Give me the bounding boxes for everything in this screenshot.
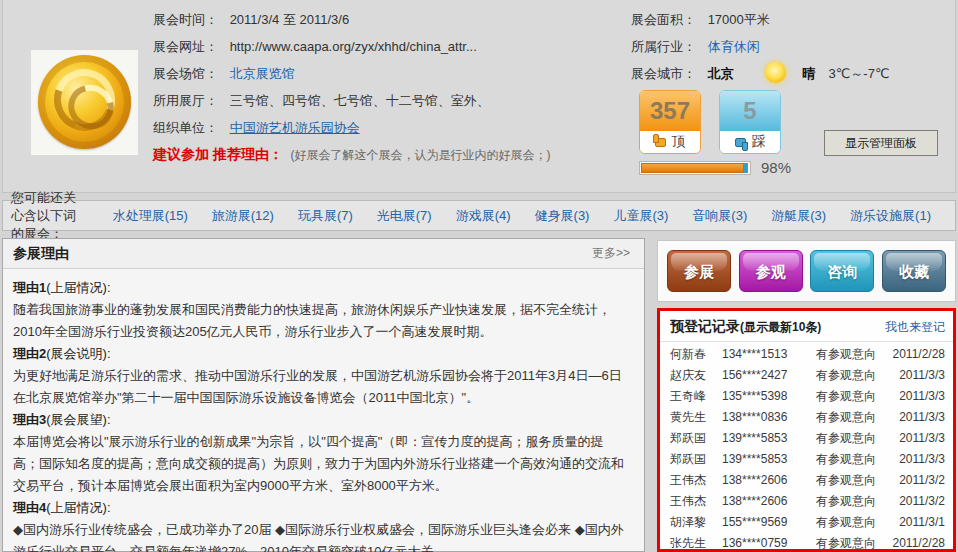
registrant-name: 王伟杰 [670,491,722,512]
registrant-intent: 有参观意向 [816,344,893,365]
field-time: 展会时间： 2011/3/4 至 2011/3/6 [153,6,623,33]
registrant-intent: 有参观意向 [816,428,899,449]
related-tag-link[interactable]: 旅游展(12) [212,207,274,225]
sunny-weather-icon [765,62,786,83]
registrant-intent: 有参观意向 [816,491,899,512]
preregistration-row: 赵庆友 156****2427 有参观意向 2011/3/3 [670,365,945,386]
reason-heading-number: 理由4 [13,500,46,515]
weather-condition: 晴 [802,66,815,81]
register-me-link[interactable]: 我也来登记 [885,319,945,336]
exhibition-detail-page: 展会时间： 2011/3/4 至 2011/3/6 展会网址： http://w… [0,0,958,552]
related-tags-list: 水处理展(15) 旅游展(12) 玩具展(7) 光电展(7) 游戏展(4) 健身… [113,207,955,225]
preregistration-row: 何新春 134****1513 有参观意向 2011/2/28 [670,344,945,365]
reason-text: 随着我国旅游事业的蓬勃发展和国民消费能力的快速提高，旅游休闲娱乐产业快速发展，据… [13,299,628,343]
related-tag-link[interactable]: 水处理展(15) [113,207,188,225]
more-link[interactable]: 更多>> [592,245,630,262]
reasons-panel-body: 理由1(上届情况): 随着我国旅游事业的蓬勃发展和国民消费能力的快速提高，旅游休… [3,269,644,552]
field-halls-value: 三号馆、四号馆、七号馆、十二号馆、室外、 [230,93,490,108]
thumb-up-icon [655,138,666,147]
registrant-phone: 134****1513 [722,344,816,365]
recommendation-note: (好展会了解这个展会，认为是行业内的好展会；) [291,148,551,162]
reason-heading-number: 理由1 [13,280,46,295]
info-fields-left: 展会时间： 2011/3/4 至 2011/3/6 展会网址： http://w… [153,6,623,168]
related-tag-link[interactable]: 光电展(7) [377,207,432,225]
related-tags-bar: 您可能还关心含以下词的展会： 水处理展(15) 旅游展(12) 玩具展(7) 光… [2,200,956,231]
field-organizer: 组织单位： 中国游艺机游乐园协会 [153,114,623,141]
related-tag-link[interactable]: 游戏展(4) [456,207,511,225]
related-tag-link[interactable]: 健身展(3) [535,207,590,225]
registration-date: 2011/3/3 [899,449,945,470]
reason-heading: 理由3(展会展望): [13,409,628,431]
reason-text: 本届博览会将以"展示游乐行业的创新成果"为宗旨，以"四个提高"（即：宣传力度的提… [13,431,628,497]
reason-section: 理由1(上届情况): 随着我国旅游事业的蓬勃发展和国民消费能力的快速提高，旅游休… [13,277,628,343]
exhibition-info-panel: 展会时间： 2011/3/4 至 2011/3/6 展会网址： http://w… [2,0,956,193]
related-tags-label: 您可能还关心含以下词的展会： [11,189,85,243]
registrant-phone: 155****9569 [722,512,816,533]
field-website-value: http://www.caapa.org/zyx/xhhd/china_attr… [230,39,477,54]
preregistration-title: 预登记记录 [670,318,740,336]
related-tag-link[interactable]: 儿童展(3) [613,207,668,225]
weather-temperature: 3℃～-7℃ [829,66,890,81]
organizer-link[interactable]: 中国游艺机游乐园协会 [230,120,360,135]
info-fields-right: 展会面积： 17000平米 所属行业： 体育休闲 展会城市： 北京 晴 3℃～-… [631,6,957,87]
preregistration-box: 预登记记录 (显示最新10条) 我也来登记 何新春 134****1513 有参… [657,308,956,552]
preregistration-row: 胡泽黎 155****9569 有参观意向 2011/3/1 [670,512,945,533]
related-tag-link[interactable]: 游乐设施展(1) [850,207,931,225]
registrant-phone: 138****2606 [722,470,816,491]
vote-up-footer: 顶 [640,131,700,153]
field-area-value: 17000平米 [708,12,770,27]
field-industry: 所属行业： 体育休闲 [631,33,957,60]
registrant-intent: 有参观意向 [816,470,899,491]
registrant-name: 赵庆友 [670,365,722,386]
related-tag-link[interactable]: 游艇展(3) [771,207,826,225]
show-admin-panel-button[interactable]: 显示管理面板 [824,130,938,156]
consult-button[interactable]: 咨询 [810,250,874,292]
field-website: 展会网址： http://www.caapa.org/zyx/xhhd/chin… [153,33,623,60]
visit-button[interactable]: 参观 [739,250,803,292]
registrant-phone: 138****2606 [722,491,816,512]
industry-link[interactable]: 体育休闲 [708,39,760,54]
vote-down-footer: 踩 [720,131,780,153]
field-venue-label: 展会场馆： [153,66,218,81]
city-name: 北京 [708,66,734,81]
vote-down-count: 5 [720,91,780,131]
preregistration-subtitle: (显示最新10条) [740,319,821,336]
registration-date: 2011/3/2 [899,470,945,491]
registrant-name: 郑跃国 [670,428,722,449]
reason-heading-number: 理由3 [13,412,46,427]
reason-heading: 理由4(上届情况): [13,497,628,519]
related-tag-link[interactable]: 玩具展(7) [298,207,353,225]
vote-up-count: 357 [640,91,700,131]
favorite-button[interactable]: 收藏 [882,250,946,292]
registrant-phone: 138****0836 [722,407,816,428]
exhibit-button[interactable]: 参展 [667,250,731,292]
reasons-panel-title: 参展理由 [13,245,69,263]
preregistration-row: 郑跃国 139****5853 有参观意向 2011/3/3 [670,428,945,449]
registrant-name: 王奇峰 [670,386,722,407]
registration-date: 2011/3/3 [899,386,945,407]
registrant-phone: 135****5398 [722,386,816,407]
reason-heading-context: (展会说明): [46,346,110,361]
reason-heading-number: 理由2 [13,346,46,361]
registrant-phone: 156****2427 [722,365,816,386]
vote-up-button[interactable]: 357 顶 [639,90,701,154]
registrant-name: 王伟杰 [670,470,722,491]
field-venue: 展会场馆： 北京展览馆 [153,60,623,87]
action-buttons-box: 参展 参观 咨询 收藏 [657,240,956,302]
registration-date: 2011/3/3 [899,428,945,449]
vote-progress-fill [641,163,744,173]
registration-date: 2011/3/3 [899,407,945,428]
field-halls-label: 所用展厅： [153,93,218,108]
field-website-label: 展会网址： [153,39,218,54]
vote-down-button[interactable]: 5 踩 [719,90,781,154]
registrant-intent: 有参观意向 [816,449,899,470]
field-time-label: 展会时间： [153,12,218,27]
field-area: 展会面积： 17000平米 [631,6,957,33]
registrant-phone: 139****5853 [722,449,816,470]
registration-date: 2011/3/1 [899,512,945,533]
preregistration-row: 王伟杰 138****2606 有参观意向 2011/3/2 [670,470,945,491]
venue-link[interactable]: 北京展览馆 [230,66,295,81]
vote-down-label: 踩 [752,133,766,151]
registration-date: 2011/2/28 [893,533,946,552]
related-tag-link[interactable]: 音响展(3) [692,207,747,225]
